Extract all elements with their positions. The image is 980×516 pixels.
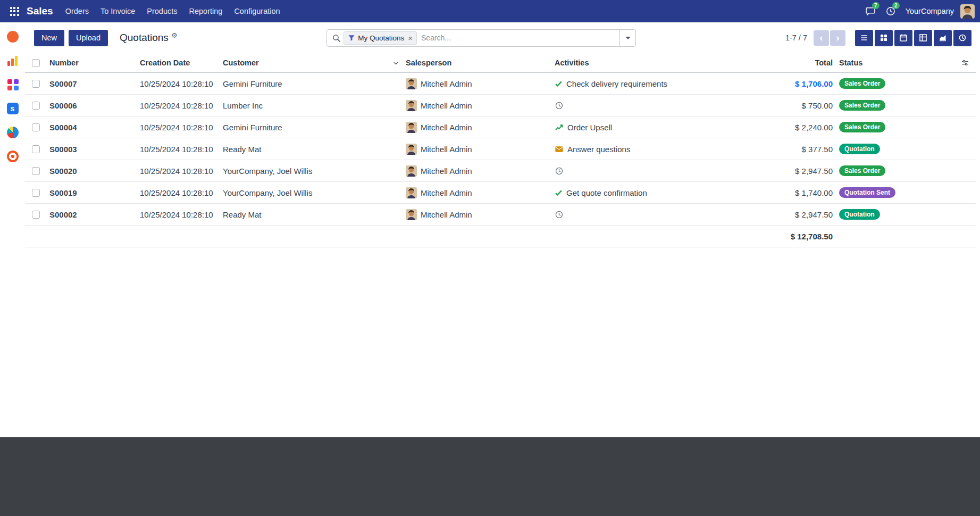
systray: 7 2 YourCompany: [861, 0, 975, 22]
check-icon: [555, 189, 563, 197]
status-badge: Quotation: [839, 144, 880, 154]
odoo-icon[interactable]: [7, 31, 19, 43]
salesperson-name: Mitchell Admin: [421, 188, 472, 197]
table-row[interactable]: S00006 10/25/2024 10:28:10 Lumber Inc Mi…: [25, 95, 976, 116]
menu-configuration[interactable]: Configuration: [228, 0, 286, 22]
status-badge: Sales Order: [839, 122, 885, 132]
clock-icon: [555, 101, 564, 110]
salesperson-avatar: [406, 209, 417, 220]
bar-chart-icon[interactable]: [7, 55, 19, 66]
list-view-button[interactable]: [855, 30, 873, 46]
row-checkbox[interactable]: [32, 211, 40, 219]
messages-badge: 7: [872, 2, 880, 9]
activity-cell[interactable]: [551, 167, 759, 176]
messages-button[interactable]: 7: [861, 0, 880, 22]
menu-products[interactable]: Products: [141, 0, 183, 22]
table-row[interactable]: S00020 10/25/2024 10:28:10 YourCompany, …: [25, 160, 976, 182]
kanban-view-icon: [880, 34, 888, 42]
search-dropdown-toggle[interactable]: [619, 30, 635, 46]
upload-button[interactable]: Upload: [69, 30, 108, 46]
activity-cell[interactable]: [551, 210, 759, 219]
pivot-view-button[interactable]: [914, 30, 932, 46]
menu-reporting[interactable]: Reporting: [183, 0, 229, 22]
table-row[interactable]: S00003 10/25/2024 10:28:10 Ready Mat Mit…: [25, 138, 976, 160]
control-panel: New Upload Quotations ⚙ My Quotations × …: [25, 22, 980, 53]
menu-to-invoice[interactable]: To Invoice: [95, 0, 141, 22]
activity-cell[interactable]: Answer questions: [551, 145, 759, 154]
sort-chevron-down-icon: [392, 60, 399, 66]
search-facet[interactable]: My Quotations ×: [344, 31, 417, 45]
action-gear-icon[interactable]: ⚙: [171, 31, 178, 39]
activity-label: Answer questions: [567, 145, 630, 154]
col-customer[interactable]: Customer: [220, 59, 403, 67]
status-badge: Sales Order: [839, 78, 885, 89]
remove-facet-icon[interactable]: ×: [408, 34, 413, 42]
salesperson-name: Mitchell Admin: [421, 167, 472, 176]
salesperson-avatar: [406, 187, 417, 198]
grid-icon: [10, 7, 19, 16]
pager-prev-button[interactable]: ‹: [814, 30, 829, 46]
salesperson: Mitchell Admin: [403, 165, 551, 177]
activity-label: Get quote confirmation: [566, 188, 647, 197]
status-badge: Quotation Sent: [839, 187, 895, 198]
activity-cell[interactable]: Get quote confirmation: [551, 188, 759, 197]
col-number[interactable]: Number: [46, 59, 137, 67]
pie-chart-icon[interactable]: [7, 127, 19, 138]
quotations-table: Number Creation Date Customer Salesperso…: [25, 53, 976, 247]
activities-button[interactable]: 2: [881, 0, 900, 22]
menu-orders[interactable]: Orders: [60, 0, 95, 22]
row-checkbox[interactable]: [32, 145, 40, 153]
app-dock: s: [0, 22, 25, 437]
col-salesperson[interactable]: Salesperson: [403, 59, 551, 67]
calendar-view-button[interactable]: [894, 30, 912, 46]
status-badge: Quotation: [839, 209, 880, 220]
activity-cell[interactable]: Order Upsell: [551, 123, 759, 132]
table-row[interactable]: S00002 10/25/2024 10:28:10 Ready Mat Mit…: [25, 204, 976, 226]
row-checkbox[interactable]: [32, 102, 40, 110]
company-switcher[interactable]: YourCompany: [906, 7, 954, 15]
col-creation-date[interactable]: Creation Date: [137, 59, 220, 67]
top-navbar: Sales Orders To Invoice Products Reporti…: [0, 0, 980, 22]
customer: YourCompany, Joel Willis: [220, 167, 403, 176]
apps-menu-icon[interactable]: [5, 0, 23, 22]
activities-badge: 2: [892, 2, 900, 9]
row-checkbox[interactable]: [32, 80, 40, 88]
activity-cell[interactable]: [551, 101, 759, 110]
col-total[interactable]: Total: [759, 59, 836, 67]
select-all-checkbox[interactable]: [32, 59, 40, 67]
activity-view-button[interactable]: [953, 30, 971, 46]
col-activities[interactable]: Activities: [551, 59, 759, 67]
salesperson-avatar: [406, 78, 417, 89]
order-number: S00002: [46, 210, 137, 219]
table-row[interactable]: S00019 10/25/2024 10:28:10 YourCompany, …: [25, 182, 976, 204]
user-avatar[interactable]: [960, 4, 975, 19]
creation-date: 10/25/2024 10:28:10: [137, 210, 220, 219]
creation-date: 10/25/2024 10:28:10: [137, 188, 220, 197]
kanban-view-button[interactable]: [875, 30, 893, 46]
sales-app-icon[interactable]: s: [7, 103, 19, 114]
graph-view-button[interactable]: [934, 30, 952, 46]
salesperson-avatar: [406, 122, 417, 133]
row-checkbox[interactable]: [32, 123, 40, 131]
salesperson-name: Mitchell Admin: [421, 101, 472, 110]
optional-columns-button[interactable]: [954, 59, 976, 67]
table-row[interactable]: S00004 10/25/2024 10:28:10 Gemini Furnit…: [25, 116, 976, 138]
order-total: $ 2,947.50: [759, 167, 836, 176]
salesperson-avatar: [406, 165, 417, 177]
caret-down-icon: [625, 37, 631, 39]
app-name[interactable]: Sales: [27, 5, 53, 17]
row-checkbox[interactable]: [32, 189, 40, 197]
creation-date: 10/25/2024 10:28:10: [137, 123, 220, 132]
order-total: $ 2,947.50: [759, 210, 836, 219]
new-button[interactable]: New: [34, 30, 64, 46]
activity-cell[interactable]: Check delivery requirements: [551, 79, 759, 88]
pager-next-button[interactable]: ›: [830, 30, 845, 46]
settings-ring-icon[interactable]: [7, 151, 19, 162]
col-status[interactable]: Status: [836, 59, 921, 67]
view-switcher: [855, 30, 971, 46]
table-row[interactable]: S00007 10/25/2024 10:28:10 Gemini Furnit…: [25, 73, 976, 95]
app-grid-icon[interactable]: [7, 79, 19, 90]
row-checkbox[interactable]: [32, 167, 40, 175]
salesperson-avatar: [406, 144, 417, 155]
search-input[interactable]: [417, 34, 619, 42]
